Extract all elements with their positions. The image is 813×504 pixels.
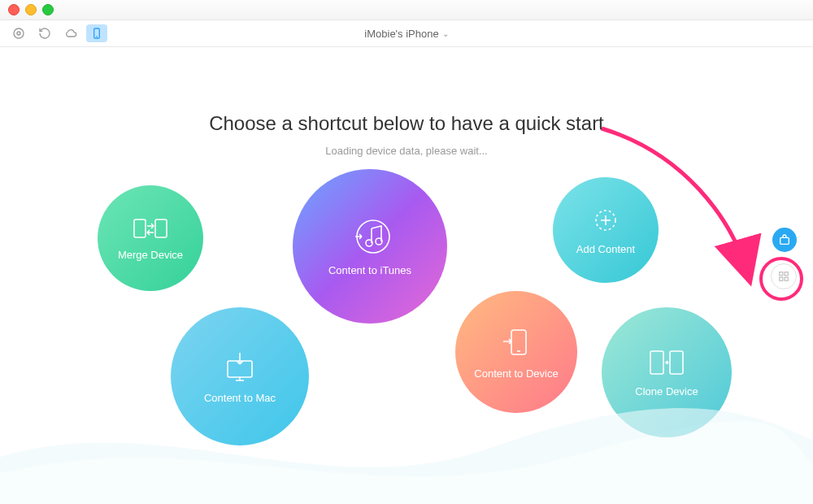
content-to-itunes-label: Content to iTunes [328, 264, 411, 276]
svg-rect-23 [785, 277, 788, 280]
svg-rect-4 [134, 219, 146, 237]
page-heading: Choose a shortcut below to have a quick … [0, 112, 813, 135]
svg-point-0 [14, 28, 24, 38]
svg-rect-18 [670, 351, 683, 374]
chevron-down-icon: ⌄ [442, 29, 449, 38]
svg-rect-21 [785, 272, 788, 276]
minimize-window-button[interactable] [25, 4, 37, 15]
loading-status: Loading device data, please wait... [0, 145, 813, 157]
merge-device-label: Merge Device [118, 249, 183, 261]
cloud-icon[interactable] [60, 24, 81, 42]
svg-rect-17 [650, 351, 663, 374]
traffic-lights [8, 4, 54, 15]
grid-view-button[interactable] [771, 263, 797, 289]
svg-point-1 [17, 32, 20, 35]
svg-rect-5 [155, 219, 167, 237]
clone-device-bubble[interactable]: Clone Device [602, 307, 732, 437]
phone-icon[interactable] [86, 24, 107, 42]
add-content-label: Add Content [576, 243, 635, 255]
clone-device-label: Clone Device [635, 385, 698, 398]
main-canvas: Choose a shortcut below to have a quick … [0, 47, 813, 504]
svg-rect-19 [780, 237, 789, 244]
content-to-mac-label: Content to Mac [204, 392, 276, 404]
content-to-device-bubble[interactable]: Content to Device [455, 291, 577, 413]
content-to-device-label: Content to Device [474, 367, 558, 380]
toolbox-button[interactable] [772, 228, 797, 252]
device-title-label: iMobie's iPhone [364, 28, 438, 40]
svg-rect-22 [780, 277, 783, 280]
content-to-itunes-bubble[interactable]: Content to iTunes [293, 169, 447, 324]
device-title-dropdown[interactable]: iMobie's iPhone ⌄ [0, 28, 813, 40]
content-to-mac-bubble[interactable]: Content to Mac [171, 307, 309, 445]
close-window-button[interactable] [8, 4, 20, 15]
refresh-icon[interactable] [34, 24, 55, 42]
app-toolbar: iMobie's iPhone ⌄ [0, 20, 813, 47]
merge-device-bubble[interactable]: Merge Device [98, 185, 203, 291]
zoom-window-button[interactable] [42, 4, 54, 15]
mac-titlebar [0, 0, 813, 20]
add-content-bubble[interactable]: Add Content [553, 177, 659, 283]
music-library-icon[interactable] [8, 24, 29, 42]
svg-rect-20 [780, 272, 783, 276]
